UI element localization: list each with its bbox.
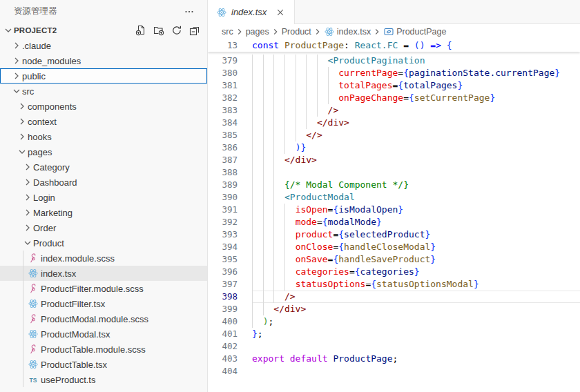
breadcrumb-separator-icon (235, 27, 244, 37)
code-line-404: 404 (208, 365, 580, 378)
code-line-397: 397 statusOptions={statusOptionsModal} (208, 278, 580, 291)
tree-item-label: .claude (22, 41, 51, 51)
tree-item-src[interactable]: src (0, 84, 207, 99)
line-content[interactable] (252, 365, 580, 378)
line-content[interactable]: {/* Modal Component */} (252, 179, 580, 191)
refresh-icon (171, 25, 182, 36)
tree-item-dashboard[interactable]: Dashboard (0, 175, 207, 190)
tree-item-login[interactable]: Login (0, 190, 207, 205)
tab-index-tsx[interactable]: index.tsx (208, 0, 295, 24)
chevron-down-icon (17, 146, 28, 157)
tree-item-producttable-module-scss[interactable]: ProductTable.module.scss (0, 342, 207, 357)
project-section-header[interactable]: PROJECT2 (0, 23, 207, 38)
tree-item-productfilter-tsx[interactable]: ProductFilter.tsx (0, 296, 207, 311)
line-content[interactable]: </div> (252, 154, 580, 166)
code-line-392: 392 mode={modalMode} (208, 216, 580, 228)
code-line-385: 385 </> (208, 129, 580, 141)
line-number: 380 (208, 67, 238, 79)
new-folder-button[interactable] (152, 23, 166, 37)
chevron-right-icon (22, 192, 33, 203)
line-content[interactable]: categories={categories} (252, 266, 580, 278)
chevron-down-icon (11, 86, 22, 97)
line-content[interactable]: onClose={handleCloseModal} (252, 241, 580, 253)
line-content[interactable]: )} (252, 141, 580, 154)
tree-item-label: hooks (28, 132, 52, 142)
sticky-scroll-line[interactable]: 13const ProductPage: React.FC = () => { (208, 39, 580, 52)
tree-item--claude[interactable]: .claude (0, 38, 207, 53)
line-content[interactable]: <ProductPagination (252, 55, 580, 67)
line-content[interactable]: </> (252, 129, 580, 141)
explorer-title-bar: 资源管理器 (0, 0, 207, 23)
breadcrumb-item-src[interactable]: src (222, 27, 233, 37)
tree-item-productmodal-tsx[interactable]: ProductModal.tsx (0, 326, 207, 342)
tree-item-node-modules[interactable]: node_modules (0, 53, 207, 68)
chevron-right-icon (11, 55, 22, 66)
line-content[interactable] (252, 166, 580, 179)
line-number: 391 (208, 204, 238, 216)
line-content[interactable]: product={selectedProduct} (252, 228, 580, 241)
chevron-right-icon (17, 101, 28, 112)
line-content[interactable]: onSave={handleSaveProduct} (252, 253, 580, 266)
code-editor[interactable]: 13const ProductPage: React.FC = () => { … (208, 39, 580, 392)
line-number: 404 (208, 365, 238, 378)
tree-item-label: node_modules (22, 56, 81, 66)
tree-item-label: public (22, 71, 46, 81)
collapse-all-button[interactable] (188, 23, 202, 37)
line-content[interactable]: </div> (252, 303, 580, 315)
sass-icon (28, 283, 39, 294)
chevron-down-icon (22, 237, 33, 248)
line-content[interactable]: </div> (252, 117, 580, 129)
line-content[interactable] (252, 340, 580, 353)
breadcrumb-label: Product (282, 27, 311, 37)
chevron-right-icon (17, 131, 28, 142)
tree-item-pages[interactable]: pages (0, 144, 207, 159)
line-content[interactable]: totalPages={totalPages} (252, 79, 580, 92)
tree-item-product[interactable]: Product (0, 235, 207, 251)
tab-label: index.tsx (231, 7, 267, 17)
tree-item-public[interactable]: public (0, 68, 207, 84)
breadcrumb-item-product[interactable]: Product (282, 27, 311, 37)
code-line-399: 399 </div> (208, 303, 580, 315)
line-content[interactable]: <ProductModal (252, 191, 580, 204)
line-content[interactable]: statusOptions={statusOptionsModal} (252, 278, 580, 291)
new-file-button[interactable] (134, 23, 148, 37)
line-content[interactable]: isOpen={isModalOpen} (252, 204, 580, 216)
line-content[interactable]: /> (252, 291, 580, 303)
line-content[interactable]: currentPage={paginationState.currentPage… (252, 67, 580, 79)
tree-item-marketing[interactable]: Marketing (0, 205, 207, 220)
tree-item-index-tsx[interactable]: index.tsx (0, 266, 207, 281)
react-icon (216, 7, 227, 18)
tree-item-hooks[interactable]: hooks (0, 129, 207, 144)
line-content[interactable]: }; (252, 328, 580, 340)
breadcrumb-label: pages (246, 27, 269, 37)
explorer-sidebar: 资源管理器 PROJECT2 .claudenode_modulespublic… (0, 0, 208, 392)
tree-item-components[interactable]: components (0, 99, 207, 114)
line-number: 395 (208, 253, 238, 266)
tree-item-index-module-scss[interactable]: index.module.scss (0, 251, 207, 266)
new-file-icon (135, 25, 146, 36)
tree-item-label: components (28, 101, 77, 112)
breadcrumb-item-productpage[interactable]: ProductPage (383, 26, 446, 37)
line-content[interactable]: export default ProductPage; (252, 353, 580, 365)
breadcrumb-item-pages[interactable]: pages (246, 27, 269, 37)
tree-item-context[interactable]: context (0, 114, 207, 129)
breadcrumb-item-index-tsx[interactable]: index.tsx (324, 26, 371, 37)
line-content[interactable]: ); (252, 315, 580, 328)
more-actions-icon[interactable] (180, 5, 199, 19)
line-content[interactable]: mode={modalMode} (252, 216, 580, 228)
tree-item-useproduct-ts[interactable]: TSuseProduct.ts (0, 372, 207, 387)
line-content[interactable]: const ProductPage: React.FC = () => { (252, 39, 580, 52)
tree-item-productmodal-module-scss[interactable]: ProductModal.module.scss (0, 311, 207, 326)
chevron-right-icon (17, 116, 28, 127)
tree-item-producttable-tsx[interactable]: ProductTable.tsx (0, 357, 207, 372)
line-number: 385 (208, 129, 238, 141)
tree-item-order[interactable]: Order (0, 220, 207, 235)
tree-item-category[interactable]: Category (0, 159, 207, 175)
close-icon[interactable] (273, 6, 287, 19)
line-content[interactable]: /> (252, 104, 580, 117)
svg-text:TS: TS (30, 377, 37, 384)
line-content[interactable]: onPageChange={setCurrentPage} (252, 92, 580, 104)
chevron-right-icon (11, 70, 22, 81)
refresh-button[interactable] (170, 23, 184, 37)
tree-item-productfilter-module-scss[interactable]: ProductFilter.module.scss (0, 281, 207, 296)
